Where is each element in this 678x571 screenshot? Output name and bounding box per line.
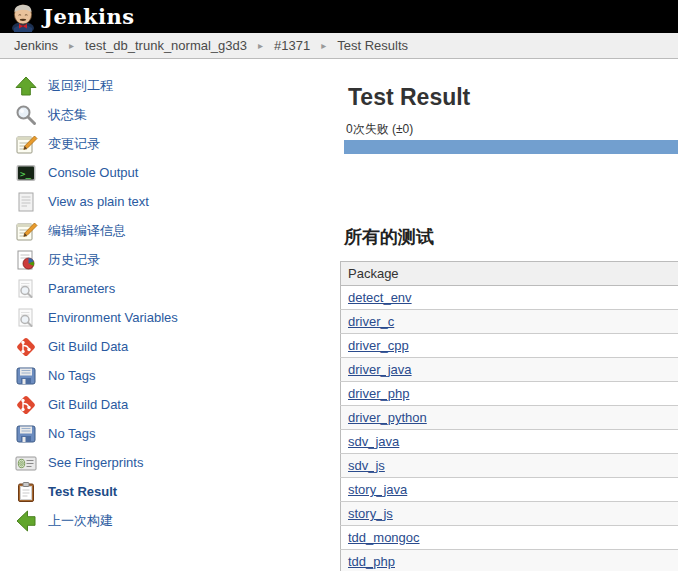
package-cell: tdd_php bbox=[341, 550, 678, 571]
table-row: story_java bbox=[341, 478, 678, 502]
sidebar-item-label: 编辑编译信息 bbox=[48, 222, 126, 240]
clipboard-icon bbox=[14, 480, 38, 504]
test-result-bar bbox=[344, 140, 678, 154]
package-cell: driver_python bbox=[341, 406, 678, 430]
package-link[interactable]: story_java bbox=[348, 482, 407, 497]
fingerprint-icon bbox=[14, 451, 38, 475]
arrow-up-icon bbox=[14, 74, 38, 98]
main-panel: Test Result 0次失败 (±0) 所有的测试 Package dete… bbox=[336, 59, 678, 571]
package-link[interactable]: tdd_mongoc bbox=[348, 530, 420, 545]
packages-table: Package detect_envdriver_cdriver_cppdriv… bbox=[340, 261, 678, 571]
package-link[interactable]: sdv_java bbox=[348, 434, 399, 449]
notepad-edit-icon bbox=[14, 219, 38, 243]
document-search-icon bbox=[14, 306, 38, 330]
sidebar-item-see-fingerprints[interactable]: See Fingerprints bbox=[0, 448, 336, 477]
svg-text:>_: >_ bbox=[20, 168, 31, 178]
package-cell: driver_php bbox=[341, 382, 678, 406]
sidebar-item-变更记录[interactable]: 变更记录 bbox=[0, 129, 336, 158]
document-search-icon bbox=[14, 277, 38, 301]
table-row: sdv_js bbox=[341, 454, 678, 478]
package-link[interactable]: detect_env bbox=[348, 290, 412, 305]
table-row: driver_c bbox=[341, 310, 678, 334]
sidebar-item-parameters[interactable]: Parameters bbox=[0, 274, 336, 303]
table-row: detect_env bbox=[341, 286, 678, 310]
jenkins-butler-logo-icon bbox=[10, 2, 36, 32]
sidebar-item-label: 上一次构建 bbox=[48, 512, 113, 530]
breadcrumb-separator-icon: ▸ bbox=[69, 40, 74, 51]
breadcrumb: Jenkins▸test_db_trunk_normal_g3d3▸#1371▸… bbox=[0, 33, 678, 59]
package-cell: tdd_mongoc bbox=[341, 526, 678, 550]
arrow-left-icon bbox=[14, 509, 38, 533]
package-cell: driver_java bbox=[341, 358, 678, 382]
package-link[interactable]: driver_cpp bbox=[348, 338, 409, 353]
brand-title[interactable]: Jenkins bbox=[43, 4, 135, 29]
sidebar-item-label: 状态集 bbox=[48, 106, 87, 124]
floppy-icon bbox=[14, 364, 38, 388]
sidebar-item-label: Console Output bbox=[48, 165, 138, 180]
content-area: 返回到工程状态集变更记录>_Console OutputView as plai… bbox=[0, 59, 678, 571]
sidebar-item-编辑编译信息[interactable]: 编辑编译信息 bbox=[0, 216, 336, 245]
sidebar-task-panel: 返回到工程状态集变更记录>_Console OutputView as plai… bbox=[0, 59, 336, 535]
breadcrumb-item[interactable]: Jenkins bbox=[14, 38, 58, 53]
table-row: tdd_mongoc bbox=[341, 526, 678, 550]
table-row: driver_python bbox=[341, 406, 678, 430]
package-link[interactable]: driver_python bbox=[348, 410, 427, 425]
breadcrumb-item[interactable]: Test Results bbox=[337, 38, 408, 53]
sidebar-item-label: Git Build Data bbox=[48, 397, 128, 412]
package-cell: driver_c bbox=[341, 310, 678, 334]
breadcrumb-separator-icon: ▸ bbox=[321, 40, 326, 51]
app-header: Jenkins bbox=[0, 0, 678, 33]
notepad-edit-icon bbox=[14, 132, 38, 156]
sidebar-item-test-result[interactable]: Test Result bbox=[0, 477, 336, 506]
sidebar-item-git-build-data[interactable]: Git Build Data bbox=[0, 390, 336, 419]
package-cell: detect_env bbox=[341, 286, 678, 310]
sidebar-item-返回到工程[interactable]: 返回到工程 bbox=[0, 71, 336, 100]
package-cell: driver_cpp bbox=[341, 334, 678, 358]
table-row: driver_cpp bbox=[341, 334, 678, 358]
package-cell: sdv_js bbox=[341, 454, 678, 478]
git-icon bbox=[14, 393, 38, 417]
sidebar-item-label: No Tags bbox=[48, 426, 95, 441]
fail-count-summary: 0次失败 (±0) bbox=[346, 121, 678, 138]
sidebar-item-no-tags[interactable]: No Tags bbox=[0, 361, 336, 390]
sidebar-item-no-tags[interactable]: No Tags bbox=[0, 419, 336, 448]
sidebar-item-label: 变更记录 bbox=[48, 135, 100, 153]
package-link[interactable]: driver_c bbox=[348, 314, 394, 329]
sidebar-item-console-output[interactable]: >_Console Output bbox=[0, 158, 336, 187]
table-row: driver_java bbox=[341, 358, 678, 382]
sidebar-item-label: Environment Variables bbox=[48, 310, 178, 325]
git-icon bbox=[14, 335, 38, 359]
sidebar-item-view-as-plain-text[interactable]: View as plain text bbox=[0, 187, 336, 216]
sidebar-item-label: 返回到工程 bbox=[48, 77, 113, 95]
package-link[interactable]: tdd_php bbox=[348, 554, 395, 569]
test-result-bar-fill bbox=[344, 140, 678, 154]
table-row: driver_php bbox=[341, 382, 678, 406]
all-tests-heading: 所有的测试 bbox=[344, 226, 678, 248]
breadcrumb-item[interactable]: #1371 bbox=[274, 38, 310, 53]
table-row: tdd_php bbox=[341, 550, 678, 571]
sidebar-item-git-build-data[interactable]: Git Build Data bbox=[0, 332, 336, 361]
document-pie-icon bbox=[14, 248, 38, 272]
floppy-icon bbox=[14, 422, 38, 446]
package-cell: story_java bbox=[341, 478, 678, 502]
page-title: Test Result bbox=[348, 83, 678, 111]
jenkins-home-link[interactable]: Jenkins bbox=[10, 2, 135, 32]
package-link[interactable]: story_js bbox=[348, 506, 393, 521]
breadcrumb-separator-icon: ▸ bbox=[258, 40, 263, 51]
document-icon bbox=[14, 190, 38, 214]
sidebar-item-上一次构建[interactable]: 上一次构建 bbox=[0, 506, 336, 535]
sidebar-item-状态集[interactable]: 状态集 bbox=[0, 100, 336, 129]
sidebar-item-label: See Fingerprints bbox=[48, 455, 143, 470]
package-link[interactable]: driver_java bbox=[348, 362, 412, 377]
sidebar-item-label: View as plain text bbox=[48, 194, 149, 209]
table-header-row: Package bbox=[341, 262, 678, 286]
sidebar-item-历史记录[interactable]: 历史记录 bbox=[0, 245, 336, 274]
sidebar-item-label: Git Build Data bbox=[48, 339, 128, 354]
sidebar-item-environment-variables[interactable]: Environment Variables bbox=[0, 303, 336, 332]
package-link[interactable]: sdv_js bbox=[348, 458, 385, 473]
package-link[interactable]: driver_php bbox=[348, 386, 409, 401]
breadcrumb-item[interactable]: test_db_trunk_normal_g3d3 bbox=[85, 38, 247, 53]
package-column-header: Package bbox=[341, 262, 678, 286]
sidebar-item-label: No Tags bbox=[48, 368, 95, 383]
table-row: story_js bbox=[341, 502, 678, 526]
